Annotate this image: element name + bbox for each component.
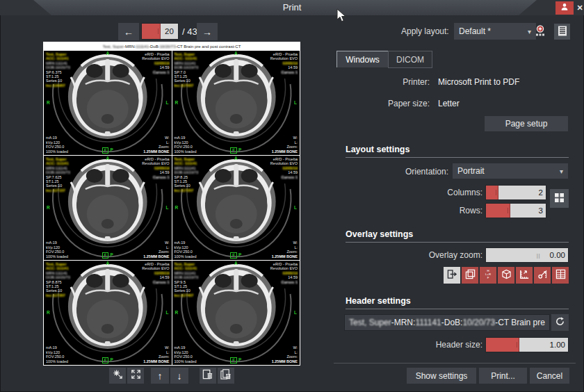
delete-all-pages-button[interactable] [218, 368, 234, 384]
overlay-preset: 1.25MM BONE [143, 359, 169, 364]
preview-cell[interactable]: Test, Super ACC: 111141 MRN:111141 DOB:1… [44, 261, 172, 365]
show-settings-button[interactable]: Show settings [407, 368, 476, 384]
header-size-drag-area[interactable] [486, 338, 519, 352]
orientation-marker-left: L [166, 101, 169, 105]
move-page-down-button[interactable]: ↓ [170, 368, 188, 384]
overlay-instance-number: Inc:117457 [175, 293, 199, 297]
overlay-series-label: Cursos 1 [142, 175, 169, 179]
patient-name-text: Test, Super [103, 44, 124, 49]
orientation-marker-anterior: A [106, 261, 109, 266]
preview-cell[interactable]: Test, Super ACC: 111141 MRN:111141 DOB:1… [44, 51, 172, 155]
svg-text:H: H [487, 269, 489, 272]
preview-cell[interactable]: Test, Super ACC: 111141 MRN:111141 DOB:1… [172, 51, 300, 155]
orientation-dropdown[interactable]: Portrait ▾ [453, 163, 568, 179]
overlay-preset: 1.25MM BONE [272, 149, 298, 154]
cell-overlay-bottom-right: W: L: Zoom: 1.25MM BONE [272, 345, 298, 364]
page-total-label: / 43 [182, 26, 197, 37]
save-layout-button[interactable] [533, 24, 548, 39]
move-page-up-button[interactable]: ↑ [151, 368, 169, 384]
mouse-cursor [336, 8, 347, 26]
next-page-button[interactable]: → [197, 23, 218, 40]
print-button[interactable]: Print... [479, 368, 527, 384]
cancel-button[interactable]: Cancel [530, 368, 569, 384]
header-text-input[interactable]: Test, Super-MRN:111141-DoB:10/20/73-CT B… [344, 314, 550, 331]
orientation-marker-posterior: P [238, 358, 241, 362]
header-size-label: Header size: [334, 340, 482, 350]
orientation-marker-right: R [47, 311, 50, 315]
overlay-study-date: 02/05/19 [270, 61, 298, 65]
refresh-icon [555, 316, 565, 329]
overlapping-frames-icon [465, 269, 476, 282]
scale-probe-toggle[interactable] [534, 267, 551, 284]
header-input-sep: -DoB: [441, 318, 463, 327]
dialog-title: Print [0, 2, 584, 13]
orientation-marker-feet: F [230, 147, 237, 154]
orientation-marker-anterior: A [106, 51, 109, 56]
cell-overlay-top-right: eR/D - Prueba Revolution EVO 02/05/19 14… [270, 52, 298, 74]
overlay-study-date: 02/05/19 [142, 271, 169, 275]
columns-spinner-drag-area[interactable] [486, 186, 498, 199]
preview-page-header: Test, Super-MRN:111141-DoB:10/20/73-CT B… [43, 42, 300, 51]
reset-header-button[interactable] [551, 314, 569, 331]
manage-layouts-button[interactable] [554, 24, 570, 40]
rows-value[interactable]: 3 [510, 204, 546, 218]
cell-overlay-bottom-right: W: L: Zoom: 1.25MM BONE [143, 240, 169, 259]
grid-layout-button[interactable] [550, 189, 569, 208]
page-number-spinner[interactable]: 20 [142, 24, 178, 39]
overlay-copy-toggle[interactable] [462, 267, 478, 284]
overlay-zoom-value-track[interactable]: | | 0.00 [486, 248, 568, 262]
overlay-loaded: 100% loaded [46, 149, 68, 154]
orientation-marker-feet-posterior: F P [102, 357, 113, 364]
overlay-study-date: 02/05/19 [142, 61, 169, 65]
header-size-value[interactable]: 1.00 [519, 338, 568, 352]
overlay-instance-number: Inc:117357 [46, 293, 70, 297]
overlay-zoom-spinner[interactable]: | | 0.00 [486, 248, 568, 262]
close-button[interactable]: ✕ [574, 1, 584, 15]
orientation-marker-posterior: P [238, 253, 241, 257]
columns-value[interactable]: 2 [498, 186, 546, 199]
ruler-toggle[interactable] [516, 267, 533, 284]
orientation-value: Portrait [457, 166, 485, 176]
page-number-value[interactable]: 20 [161, 24, 178, 39]
overlay-zoom-value: 0.00 [550, 251, 565, 259]
header-table-toggle[interactable] [552, 267, 569, 284]
header-sep: -MRN: [124, 44, 136, 49]
overlay-series-label: Cursos 1 [142, 280, 169, 284]
cube-3d-toggle[interactable] [498, 267, 514, 284]
apply-layout-dropdown[interactable]: Default * ▾ [454, 23, 536, 40]
fit-to-window-button[interactable] [127, 368, 144, 384]
auto-window-level-button[interactable] [109, 368, 126, 384]
previous-page-button[interactable]: ← [118, 23, 139, 40]
header-sep: -DoB: [149, 44, 159, 49]
orientation-markers-toggle[interactable]: HL+RF [480, 267, 496, 284]
overlay-instance-number: Inc:117257 [175, 188, 199, 193]
apply-layout-value: Default * [459, 26, 491, 36]
overlay-instance-number: Inc:117157 [46, 188, 70, 193]
columns-spinner[interactable]: 2 [486, 186, 546, 199]
page-setup-button[interactable]: Page setup [485, 116, 568, 131]
orientation-marker-feet: F [102, 357, 109, 364]
rows-spinner[interactable]: 3 [486, 204, 546, 218]
cell-overlay-top-right: eR/D - Prueba Revolution EVO 02/05/19 14… [142, 262, 169, 284]
preview-cell[interactable]: Test, Super ACC: 111141 MRN:111141 DOB:1… [172, 156, 300, 260]
preview-cell[interactable]: Test, Super ACC: 111141 MRN:111141 DOB:1… [44, 156, 172, 260]
overlay-move-icon [447, 269, 457, 282]
page-spinner-drag-area[interactable] [142, 24, 161, 39]
header-input-mrn: 111141 [415, 318, 441, 327]
header-size-spinner[interactable]: 1.00 [486, 338, 568, 352]
tab-dicom[interactable]: DICOM [388, 51, 432, 68]
layout-settings-heading: Layout settings [346, 145, 409, 154]
overlay-series-label: Cursos 1 [270, 280, 298, 284]
overlay-study-date: 02/05/19 [142, 166, 169, 170]
orientation-marker-feet-posterior: F P [230, 147, 241, 154]
overlay-study-date: 02/05/19 [270, 271, 298, 275]
rows-spinner-drag-area[interactable] [486, 204, 510, 218]
preview-cell[interactable]: Test, Super ACC: 111141 MRN:111141 DOB:1… [172, 261, 300, 365]
tab-windows[interactable]: Windows [336, 51, 389, 67]
orientation-marker-anterior: A [234, 261, 238, 266]
overlay-position-toggle[interactable] [444, 267, 460, 284]
delete-page-button[interactable] [200, 368, 216, 384]
overlay-loaded: 100% loaded [46, 359, 68, 364]
support-button[interactable] [555, 1, 574, 15]
print-preview-page: Test, Super-MRN:111141-DoB:10/20/73-CT B… [43, 42, 300, 366]
